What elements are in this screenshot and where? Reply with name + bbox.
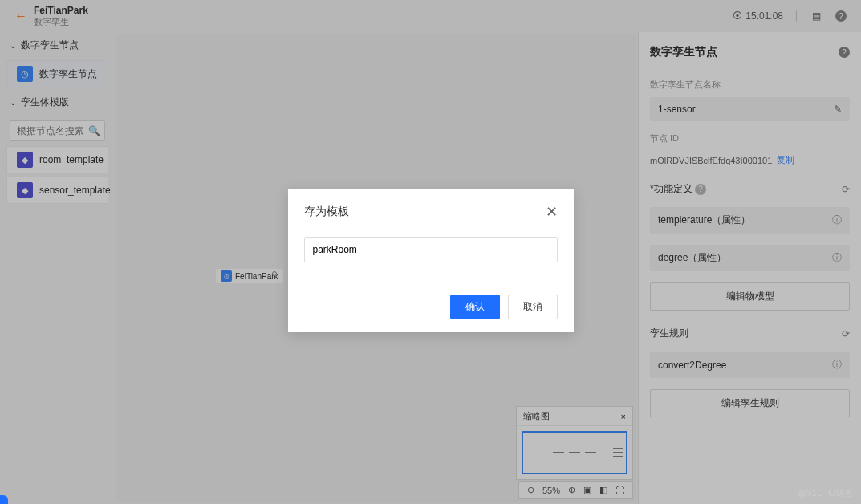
- confirm-button[interactable]: 确认: [450, 295, 500, 319]
- watermark: @51CTO博客: [798, 487, 853, 499]
- modal-title: 存为模板: [304, 205, 349, 219]
- cancel-button[interactable]: 取消: [508, 295, 558, 319]
- modal-overlay[interactable]: 存为模板 ✕ 确认 取消: [0, 0, 861, 504]
- template-name-input[interactable]: [304, 237, 558, 262]
- close-icon[interactable]: ✕: [546, 203, 558, 221]
- save-template-modal: 存为模板 ✕ 确认 取消: [288, 189, 574, 332]
- left-accent: [0, 495, 8, 504]
